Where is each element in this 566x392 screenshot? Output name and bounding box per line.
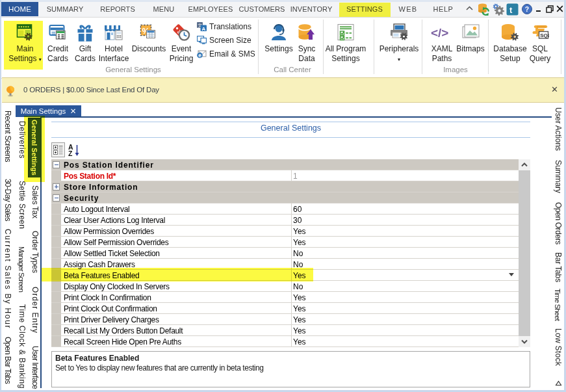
svg-text:Z: Z [68,150,73,157]
svg-text:A: A [202,26,206,32]
svg-text:e: e [198,52,201,59]
svg-text:t: t [509,5,513,15]
svg-text:</>: </> [431,26,448,40]
svg-text:SQL: SQL [540,33,549,38]
svg-text:?: ? [525,5,529,13]
